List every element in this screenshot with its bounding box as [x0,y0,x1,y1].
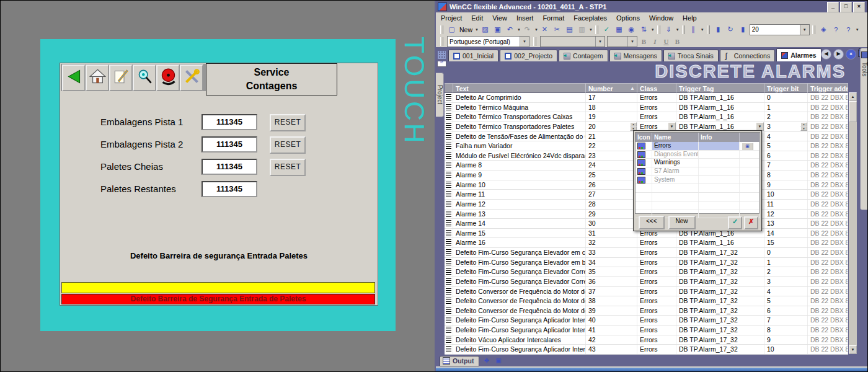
row-selector[interactable] [445,238,453,247]
new-icon[interactable]: ▢ [446,24,458,35]
menu-window[interactable]: Window [649,14,673,22]
tab-scroll-right-button[interactable]: ▶ [833,49,844,60]
alarm-trigger-bit-cell[interactable]: 1 [764,103,808,112]
alarm-trigger-bit-cell[interactable]: 12 [764,210,808,219]
alarm-trigger-bit-cell[interactable]: 14 [764,229,808,238]
menu-edit[interactable]: Edit [471,14,483,22]
row-selector[interactable] [445,151,453,161]
alarm-trigger-address-cell[interactable]: DB 22 DBX 83.3 [808,277,848,286]
new-class-button[interactable]: New [668,216,696,229]
alarm-text-cell[interactable]: Alarme 16 [453,238,586,247]
alarm-trigger-address-cell[interactable]: DB 22 DBX 80.0 [808,170,848,180]
alarm-number-cell[interactable]: 21 [586,132,637,141]
class-item[interactable]: Diagnosis Events [636,151,760,159]
menu-format[interactable]: Format [542,14,564,22]
minimize-button[interactable]: _ [827,2,839,12]
alarm-trigger-bit-cell[interactable]: 0 [764,93,808,102]
tab-connections[interactable]: Connections [720,50,775,61]
col-trigger-address[interactable]: Trigger address [808,83,848,93]
tab-002_projecto[interactable]: 002_Projecto [500,50,557,61]
row-selector[interactable] [445,219,453,228]
reset-button[interactable]: RESET [270,114,306,131]
alarm-trigger-tag-cell[interactable]: DB TP.Alarm_17_32 [676,277,764,286]
alarm-text-cell[interactable]: Alarme 15 [453,229,586,238]
row-selector[interactable] [445,229,453,238]
alarm-trigger-tag-cell[interactable]: DB TP.Alarm_17_32 [676,316,764,325]
italic-button[interactable]: I [650,37,660,46]
alarm-number-cell[interactable]: 23 [586,151,637,161]
alarm-text-cell[interactable]: Falha num Variador [453,141,586,151]
help-icon[interactable]: ? [830,24,842,35]
output-properties-icon[interactable]: ▣ [494,356,503,365]
alarm-row[interactable]: Defeito Fim-Curso Segurança Aplicador In… [445,316,848,326]
alarm-trigger-tag-cell[interactable]: DB TP.Alarm_17_32 [676,258,764,267]
alarm-row[interactable]: Defeito Conversor de Frequência do Motor… [445,306,848,316]
alarm-trigger-tag-cell[interactable]: DB TP.Alarm_17_32 [676,248,764,257]
alarm-trigger-address-cell[interactable]: DB 22 DBX 81.3 [808,122,848,131]
row-selector[interactable] [445,103,453,112]
alarm-trigger-bit-cell[interactable]: 13 [764,219,808,228]
font-combo-arrow[interactable]: ▼ [595,37,604,46]
alarm-trigger-address-cell[interactable]: DB 22 DBX 81.5 [808,141,848,151]
alarm-trigger-bit-cell[interactable]: 1 [764,258,808,267]
col-trigger-tag[interactable]: Trigger Tag [676,83,764,93]
alarm-trigger-tag-cell[interactable]: DB TP.Alarm_17_32 [676,287,764,296]
spinner-control[interactable]: ▲▼ [800,122,807,131]
alarm-row[interactable]: Defeito Fim-Curso Segurança Aplicador In… [445,345,848,355]
scroll-down-button[interactable]: ▼ [849,345,857,354]
counter-value-field[interactable]: 111345 [202,114,257,130]
alarm-number-cell[interactable]: 19 [586,112,637,122]
alarm-trigger-bit-cell[interactable]: 5 [764,141,808,151]
toolbar-grip[interactable] [707,25,710,34]
tab-mensagens[interactable]: Mensagens [609,50,662,61]
scroll-up-button[interactable]: ▲ [849,92,857,101]
alarm-trigger-address-cell[interactable]: DB 22 DBX 81.7 [808,161,848,170]
bold-button[interactable]: B [639,37,649,46]
alarm-number-cell[interactable]: 18 [586,103,637,112]
alarm-class-cell[interactable]: Errors [637,316,676,325]
row-selector[interactable] [445,248,453,257]
language-combo-arrow[interactable]: ▼ [520,37,529,46]
alarm-number-cell[interactable]: 35 [586,267,637,277]
counter-value-field[interactable]: 111345 [202,159,257,175]
alarm-row[interactable]: Alarme 1632ErrorsDB TP.Alarm_1_1615DB 22… [445,238,848,248]
alarm-text-cell[interactable]: Defeito Fim-Curso Segurança Aplicador In… [453,316,586,325]
alarm-number-cell[interactable]: 28 [586,200,637,209]
row-selector[interactable] [445,122,453,131]
row-selector[interactable] [445,210,453,219]
alarm-text-cell[interactable]: Alarme 12 [453,200,586,209]
alarm-number-cell[interactable]: 37 [586,287,637,296]
alarm-class-cell[interactable]: Errors [637,248,676,257]
zoom-combo[interactable]: 20 ▼ [750,24,810,35]
find-next-icon[interactable]: ▮ [737,24,749,35]
alarm-text-cell[interactable]: Defeito de Tensão/Fases de Alimentação d… [453,132,586,141]
alarm-text-cell[interactable]: Defeito Vácuo Aplicador Intercalares [453,335,586,345]
alarm-trigger-bit-cell[interactable]: 7 [764,161,808,170]
alarm-text-cell[interactable]: Alarme 9 [453,170,586,180]
row-selector[interactable] [445,345,453,354]
row-selector[interactable] [445,267,453,277]
row-selector[interactable] [445,296,453,306]
output-tab[interactable]: Output [440,356,479,366]
alarm-number-cell[interactable]: 41 [586,326,637,335]
alarm-class-cell[interactable]: Errors [637,296,676,306]
alarm-class-cell[interactable]: Errors [637,287,676,296]
alarm-number-cell[interactable]: 43 [586,345,637,354]
alarm-text-cell[interactable]: Defeito Fim-Curso Segurança Elevador Cor… [453,277,586,286]
alarm-trigger-tag-cell[interactable]: DB TP.Alarm_17_32 [676,296,764,306]
alarm-trigger-address-cell[interactable]: DB 22 DBX 82.2 [808,345,848,354]
redo-icon[interactable]: ↷ [521,24,533,35]
menu-insert[interactable]: Insert [516,14,534,22]
alarm-text-cell[interactable]: Defeito Térmico Transportadores Caixas [453,112,586,122]
alarm-trigger-bit-cell[interactable]: 3 [764,277,808,286]
alarm-trigger-tag-cell[interactable]: DB TP.Alarm_17_32 [676,306,764,316]
alarm-class-cell[interactable]: Errors [637,326,676,335]
counter-value-field[interactable]: 111345 [202,181,257,197]
tab-001_inicial[interactable]: 001_Inicial [448,50,498,61]
alarm-text-cell[interactable]: Módulo de Fusível Elécrónico 24Vdc dispa… [453,151,586,161]
alarm-class-cell[interactable]: Errors [637,345,676,354]
row-selector[interactable] [445,277,453,286]
alarm-row[interactable]: Defeito Conversor de Frequência do Motor… [445,296,848,306]
font-size-combo[interactable]: ▼ [607,36,637,47]
alarm-trigger-address-cell[interactable]: DB 22 DBX 80.6 [808,229,848,238]
